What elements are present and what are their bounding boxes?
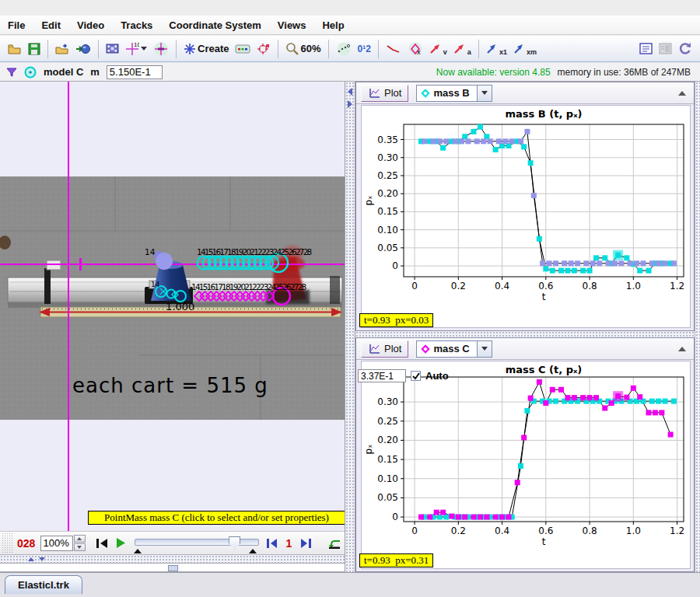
open-library-button[interactable] bbox=[52, 39, 72, 59]
track-name[interactable]: model C bbox=[44, 66, 83, 78]
track-filter-icon[interactable] bbox=[6, 68, 17, 77]
save-button[interactable] bbox=[25, 39, 44, 59]
svg-text:1.2: 1.2 bbox=[670, 281, 684, 292]
play-button[interactable] bbox=[111, 535, 130, 552]
menu-coordinate-system[interactable]: Coordinate System bbox=[169, 19, 261, 31]
svg-text:0.05: 0.05 bbox=[377, 492, 398, 503]
notes-button[interactable] bbox=[636, 39, 656, 59]
svg-text:0.2: 0.2 bbox=[451, 525, 466, 536]
trails-button[interactable] bbox=[333, 39, 355, 59]
right-edge-splitter[interactable] bbox=[695, 82, 700, 572]
mass-c-plot[interactable]: 00.20.40.60.81.01.200.050.100.150.200.25… bbox=[362, 361, 690, 568]
momentum-x1-button[interactable]: x1 bbox=[483, 39, 510, 59]
momentum-xm-button[interactable]: xm bbox=[510, 39, 540, 59]
view-type-button[interactable]: Plot bbox=[361, 85, 408, 102]
chart-mass-b[interactable]: 00.20.40.60.81.01.200.050.100.150.200.25… bbox=[361, 105, 691, 328]
player-drag-grip[interactable] bbox=[2, 532, 12, 554]
acceleration-button[interactable]: a bbox=[450, 39, 474, 59]
axes-button[interactable]: 10 bbox=[122, 39, 150, 59]
menu-file[interactable]: File bbox=[8, 19, 25, 31]
loop-button[interactable] bbox=[326, 535, 345, 552]
zoom-button[interactable]: 60% bbox=[282, 39, 324, 59]
auto-checkbox[interactable] bbox=[411, 371, 421, 381]
splitter-up-icon[interactable] bbox=[28, 557, 34, 561]
path-button[interactable] bbox=[383, 39, 404, 59]
version-notice[interactable]: Now available: version 4.85 bbox=[436, 67, 551, 78]
rate-down-button[interactable] bbox=[74, 543, 86, 551]
splitter-down-icon[interactable] bbox=[39, 557, 45, 561]
scrub-slider[interactable] bbox=[135, 534, 258, 553]
scrollbar-handle[interactable] bbox=[168, 565, 178, 571]
rate-field[interactable] bbox=[40, 536, 73, 551]
combo-dropdown-button[interactable] bbox=[477, 341, 492, 357]
axes-dropdown-arrow[interactable] bbox=[141, 47, 147, 51]
svg-text:0.35: 0.35 bbox=[377, 134, 398, 145]
step-back-button[interactable] bbox=[263, 535, 282, 552]
calibration-button[interactable] bbox=[150, 39, 172, 59]
menu-video[interactable]: Video bbox=[77, 19, 104, 31]
splitter-collapse-right-icon[interactable] bbox=[348, 100, 352, 108]
svg-text:t: t bbox=[542, 536, 546, 547]
clip-settings-button[interactable] bbox=[103, 39, 122, 59]
refresh-button[interactable] bbox=[675, 39, 695, 59]
positions-button[interactable]: x bbox=[404, 39, 426, 59]
toolbar-separator bbox=[47, 40, 48, 58]
svg-text:0: 0 bbox=[392, 260, 398, 271]
labels-button[interactable]: 0¹2 bbox=[355, 39, 374, 59]
model-mass-field[interactable] bbox=[358, 369, 406, 382]
autotracker-button[interactable] bbox=[254, 39, 274, 59]
combo-dropdown-button[interactable] bbox=[477, 86, 492, 101]
menu-help[interactable]: Help bbox=[322, 19, 344, 31]
out-point-marker[interactable] bbox=[249, 549, 257, 553]
video-view[interactable]: 141516171819202122232425262728 141516171… bbox=[0, 82, 345, 531]
menu-bar: FileEditVideoTracksCoordinate SystemView… bbox=[0, 16, 700, 35]
chart-mass-c[interactable]: 00.20.40.60.81.01.200.050.100.150.200.25… bbox=[361, 361, 691, 569]
vertical-splitter[interactable] bbox=[345, 82, 355, 572]
mass-b-plot[interactable]: 00.20.40.60.81.01.200.050.100.150.200.25… bbox=[362, 106, 690, 327]
step-size[interactable]: 1 bbox=[282, 537, 297, 550]
view-type-button[interactable]: Plot bbox=[361, 340, 408, 358]
collapse-icon bbox=[678, 91, 686, 96]
collapse-pane-button[interactable] bbox=[675, 87, 689, 100]
file-tab[interactable]: ElasticI.trk bbox=[5, 575, 82, 594]
track-icon[interactable] bbox=[24, 66, 37, 79]
in-point-marker[interactable] bbox=[134, 549, 142, 553]
create-button[interactable]: Create bbox=[180, 39, 232, 59]
velocity-arrow-icon bbox=[429, 43, 442, 54]
stick-reading[interactable]: 1.000 bbox=[166, 301, 194, 312]
video-caption: each cart = 515 g bbox=[72, 374, 268, 397]
axis-tick[interactable] bbox=[79, 258, 82, 271]
momentum-xm-label: xm bbox=[527, 48, 537, 56]
horizontal-splitter[interactable] bbox=[0, 554, 345, 563]
acceleration-label: a bbox=[467, 48, 471, 56]
trails-icon bbox=[336, 42, 352, 56]
track-select-combo[interactable]: mass C bbox=[416, 340, 492, 358]
data-tool-button[interactable] bbox=[656, 39, 675, 59]
import-video-button[interactable] bbox=[72, 39, 94, 59]
svg-text:0.8: 0.8 bbox=[583, 525, 597, 536]
frame-counter[interactable]: 028 bbox=[12, 537, 40, 550]
pointmass-tooltip: PointMass mass C (click to select and/or… bbox=[88, 511, 345, 525]
rate-up-button[interactable] bbox=[74, 535, 86, 543]
velocity-button[interactable]: v bbox=[426, 39, 450, 59]
svg-text:0.30: 0.30 bbox=[377, 396, 398, 407]
splitter-collapse-left-icon[interactable] bbox=[348, 88, 352, 96]
model-point-label: 14 bbox=[145, 247, 156, 257]
bottom-scrollbar[interactable] bbox=[0, 563, 345, 572]
menu-tracks[interactable]: Tracks bbox=[121, 19, 152, 31]
step-forward-button[interactable] bbox=[296, 535, 315, 552]
plot-pane-mass-b: Plot mass B 00.20.40.60.81.01.200.050.10… bbox=[355, 82, 695, 331]
svg-text:0.10: 0.10 bbox=[377, 225, 398, 236]
track-select-combo[interactable]: mass B bbox=[416, 85, 492, 102]
view-type-label: Plot bbox=[384, 343, 401, 354]
collapse-pane-button[interactable] bbox=[675, 343, 689, 355]
menu-views[interactable]: Views bbox=[278, 19, 306, 31]
open-button[interactable] bbox=[5, 39, 25, 59]
menu-edit[interactable]: Edit bbox=[41, 19, 61, 31]
slider-thumb[interactable] bbox=[229, 536, 240, 550]
goto-start-button[interactable] bbox=[93, 535, 112, 552]
pane-divider[interactable] bbox=[355, 331, 695, 337]
mass-field[interactable] bbox=[107, 65, 163, 79]
slider-track[interactable] bbox=[135, 539, 259, 546]
track-control-button[interactable] bbox=[232, 39, 254, 59]
